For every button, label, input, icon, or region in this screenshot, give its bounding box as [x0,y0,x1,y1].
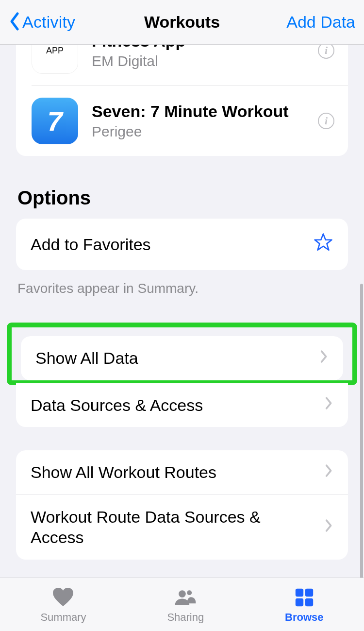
svg-rect-2 [296,588,303,596]
app-row-seven[interactable]: 7 Seven: 7 Minute Workout Perigee i [32,86,348,156]
data-card-top: Show All Data [21,336,343,380]
tab-bar: Summary Sharing Browse [0,578,364,631]
nav-bar: Activity Workouts Add Data [0,0,364,45]
info-icon[interactable]: i [318,45,334,59]
chevron-right-icon [325,518,333,537]
app-icon: 7 [32,98,78,144]
favorites-label: Add to Favorites [31,235,151,254]
add-to-favorites-row[interactable]: Add to Favorites [16,219,348,270]
people-icon [174,588,197,609]
app-title: Fitness App [92,45,318,51]
app-vendor: EM Digital [92,53,318,69]
options-header: Options [17,187,347,209]
tab-label: Summary [40,611,86,624]
favorites-footnote: Favorites appear in Summary. [17,281,347,296]
app-row-fitness[interactable]: APP Fitness App EM Digital i [32,45,348,86]
show-all-data-row[interactable]: Show All Data [21,336,343,380]
tab-browse[interactable]: Browse [285,588,323,624]
tab-summary[interactable]: Summary [40,588,86,624]
chevron-left-icon [9,12,20,33]
add-data-button[interactable]: Add Data [286,13,355,32]
chevron-right-icon [325,395,333,414]
chevron-right-icon [320,349,329,368]
svg-rect-5 [305,598,313,606]
routes-card: Show All Workout Routes Workout Route Da… [16,450,348,560]
app-vendor: Perigee [92,123,318,140]
data-sources-row[interactable]: Data Sources & Access [16,383,348,427]
svg-rect-3 [305,588,313,596]
show-all-data-label: Show All Data [35,348,138,369]
tab-label: Sharing [167,611,204,624]
options-card: Add to Favorites [16,219,348,270]
svg-point-0 [179,590,186,597]
svg-point-1 [187,590,192,595]
show-all-routes-row[interactable]: Show All Workout Routes [16,450,348,495]
scrollbar[interactable] [360,284,363,578]
app-title: Seven: 7 Minute Workout [92,102,318,121]
highlight-box: Show All Data [7,323,357,385]
route-sources-label: Workout Route Data Sources & Access [31,507,302,548]
content-scroll[interactable]: APP Fitness App EM Digital i 7 Seven: 7 … [0,45,364,578]
grid-icon [293,588,315,609]
chevron-right-icon [325,463,333,482]
svg-rect-4 [296,598,303,606]
star-icon [313,232,333,256]
apps-card: APP Fitness App EM Digital i 7 Seven: 7 … [16,45,348,156]
tab-label: Browse [285,611,323,624]
back-button[interactable]: Activity [9,12,75,33]
heart-icon [52,588,74,609]
info-icon[interactable]: i [318,113,334,129]
back-label: Activity [22,13,75,32]
app-icon: APP [32,45,78,74]
tab-sharing[interactable]: Sharing [167,588,204,624]
route-sources-row[interactable]: Workout Route Data Sources & Access [16,495,348,560]
show-all-routes-label: Show All Workout Routes [31,462,216,483]
data-sources-label: Data Sources & Access [31,395,203,416]
